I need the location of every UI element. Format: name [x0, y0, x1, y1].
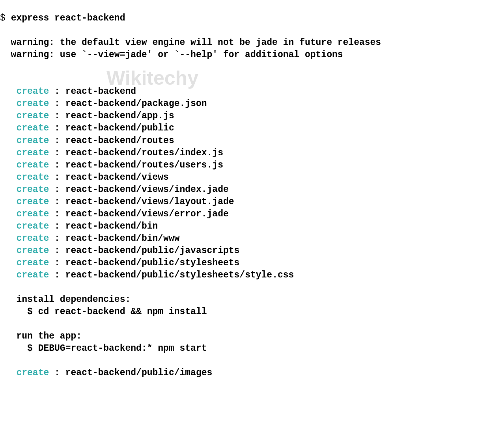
create-path: react-backend/bin/www: [65, 233, 180, 244]
create-label: create: [16, 86, 49, 97]
create-label: create: [16, 197, 49, 207]
create-path: react-backend/routes/index.js: [65, 148, 223, 158]
create-path: react-backend/views/layout.jade: [65, 197, 234, 207]
run-command: $ DEBUG=react-backend:* npm start: [27, 343, 207, 354]
create-label: create: [16, 123, 49, 133]
create-path: react-backend/public: [65, 123, 174, 133]
command-text: express react-backend: [11, 13, 125, 23]
create-path: react-backend: [65, 86, 136, 97]
create-label: create: [16, 209, 49, 219]
warning-line-2: warning: use `--view=jade' or `--help' f…: [11, 50, 343, 60]
create-path: react-backend/views/error.jade: [65, 209, 229, 219]
create-label: create: [16, 368, 49, 378]
create-label: create: [16, 111, 49, 121]
create-path: react-backend/views: [65, 172, 169, 182]
create-path: react-backend/public/stylesheets/style.c…: [65, 270, 294, 280]
create-label: create: [16, 233, 49, 244]
create-path: react-backend/public/stylesheets: [65, 258, 240, 268]
create-label: create: [16, 270, 49, 280]
create-path: react-backend/routes/users.js: [65, 160, 223, 170]
create-label: create: [16, 221, 49, 231]
create-label: create: [16, 148, 49, 158]
prompt-symbol: $: [0, 13, 6, 23]
create-path: react-backend/app.js: [65, 111, 174, 121]
run-heading: run the app:: [16, 331, 82, 341]
create-path: react-backend/views/index.jade: [65, 184, 229, 195]
create-path: react-backend/bin: [65, 221, 158, 231]
warning-line-1: warning: the default view engine will no…: [11, 37, 381, 48]
create-path: react-backend/public/javascripts: [65, 246, 240, 256]
create-path: react-backend/public/images: [65, 368, 213, 378]
terminal-output: $ express react-backend warning: the def…: [0, 0, 504, 379]
install-command: $ cd react-backend && npm install: [27, 307, 207, 317]
create-path: react-backend/routes: [65, 136, 174, 146]
create-label: create: [16, 246, 49, 256]
create-label: create: [16, 136, 49, 146]
create-label: create: [16, 172, 49, 182]
create-label: create: [16, 160, 49, 170]
install-heading: install dependencies:: [16, 294, 131, 305]
create-label: create: [16, 184, 49, 195]
create-path: react-backend/package.json: [65, 99, 207, 109]
create-label: create: [16, 258, 49, 268]
create-label: create: [16, 99, 49, 109]
